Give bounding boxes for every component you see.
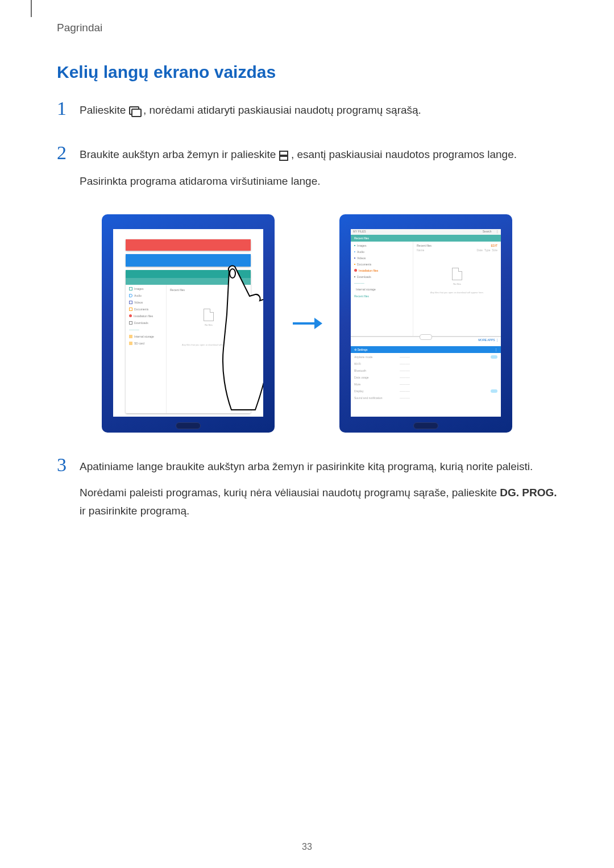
split-screen-icon (279, 151, 288, 160)
cat-downloads: Downloads (134, 321, 148, 325)
set-data: Data usage (354, 376, 400, 379)
page-number: 33 (302, 842, 312, 852)
r-document-icon (452, 268, 462, 280)
breadcrumb: Pagrindai (57, 22, 102, 34)
meta-size: Size (492, 248, 497, 252)
tablet-right-screen: MY FILES Search ⋮ Recent files Images Au… (351, 229, 501, 417)
recent-card-1 (126, 239, 251, 251)
meta-date: Date (476, 248, 483, 252)
no-files-label: No files (170, 323, 247, 326)
set-bt: Bluetooth (354, 369, 400, 372)
status-bar: MY FILES Search ⋮ (351, 229, 501, 235)
r-cat-images: Images (357, 244, 366, 247)
step-3-line1: Apatiniame lange braukite aukštyn arba ž… (80, 458, 557, 476)
step-number-2: 2 (57, 143, 80, 198)
step-3: 3 Apatiniame lange braukite aukštyn arba… (57, 455, 557, 529)
settings-label: Settings (357, 348, 367, 351)
figure-area: Images Audio Videos Documents Installati… (57, 214, 557, 433)
internal-storage: Internal storage (134, 335, 154, 338)
step-2-body: Braukite aukštyn arba žemyn ir palieskit… (80, 143, 517, 198)
search-label: Search (483, 230, 492, 233)
more-apps-link: MORE APPS ⋮ (478, 338, 499, 342)
sd-card: SD card (134, 342, 144, 345)
set-display: Display (354, 389, 400, 393)
top-pane-title: Recent files (351, 235, 501, 242)
file-categories-left: Images Audio Videos Documents Installati… (126, 285, 167, 413)
step-1-body: Palieskite , norėdami atidaryti paskiaus… (80, 99, 421, 127)
step-1-text-before: Palieskite (80, 104, 129, 116)
status-title: MY FILES (353, 230, 366, 234)
home-button (176, 422, 201, 429)
r-cat-audio: Audio (357, 250, 364, 254)
top-main: Recent files EDIT Name Date Type Size (413, 242, 501, 336)
top-sidebar: Images Audio Videos Documents Installati… (351, 242, 413, 336)
recent-card-2 (126, 254, 251, 267)
meta-type: Type (484, 248, 491, 252)
r-cat-downloads: Downloads (357, 275, 371, 279)
set-sound: Sound and notification (354, 396, 400, 400)
r-cat-install: Installation files (359, 269, 378, 272)
r-cat-videos: Videos (357, 256, 366, 260)
file-right-pane: Recent files No files Any files that you… (167, 285, 251, 413)
r-cat-docs: Documents (357, 263, 371, 266)
recent-card-3: Images Audio Videos Documents Installati… (126, 270, 251, 413)
bottom-pane-title: ⚙ Settings ⋮ (351, 346, 501, 353)
recent-files-hdr: Recent files (354, 236, 369, 240)
top-app-pane: MY FILES Search ⋮ Recent files Images Au… (351, 229, 501, 336)
step-3-line2-after: ir pasirinkite programą. (80, 505, 189, 517)
step-2-line1-before: Braukite aukštyn arba žemyn ir palieskit… (80, 148, 279, 160)
cat-images: Images (134, 287, 143, 290)
set-wifi: Wi-Fi (354, 362, 400, 366)
step-3-body: Apatiniame lange braukite aukštyn arba ž… (80, 455, 557, 529)
step-2: 2 Braukite aukštyn arba žemyn ir paliesk… (57, 143, 557, 198)
section-heading: Kelių langų ekrano vaizdas (57, 63, 557, 82)
arrow-right-icon (292, 317, 322, 330)
step-number-1: 1 (57, 99, 80, 127)
bottom-app-pane: ⚙ Settings ⋮ Airplane mode───── Wi-Fi───… (351, 346, 501, 417)
set-airplane: Airplane mode (354, 355, 400, 359)
settings-list: Airplane mode───── Wi-Fi───── Bluetooth─… (351, 353, 501, 405)
page-border-left (31, 0, 32, 17)
step-3-line2-bold: DG. PROG. (500, 487, 557, 499)
split-divider (351, 336, 501, 337)
home-button-right (413, 422, 438, 429)
cat-install: Installation files (134, 314, 153, 318)
edit-link: EDIT (491, 244, 497, 247)
recent-files-title: Recent files (170, 288, 247, 292)
set-more: More (354, 383, 400, 386)
help-text: Any files that you open or download will… (170, 343, 247, 346)
step-number-3: 3 (57, 455, 80, 529)
step-2-line1-after: , esantį paskiausiai naudotos programos … (291, 148, 517, 160)
tablet-left: Images Audio Videos Documents Installati… (102, 214, 275, 433)
r-recent-files: Recent files (354, 294, 369, 298)
recent-apps-icon (129, 106, 140, 115)
r-help-text: Any files that you open or download will… (417, 291, 497, 294)
r-no-files: No files (417, 283, 497, 285)
cat-audio: Audio (134, 294, 142, 297)
page-content: Kelių langų ekrano vaizdas 1 Palieskite … (57, 63, 557, 545)
document-icon (204, 309, 214, 321)
step-3-line2-before: Norėdami paleisti programas, kurių nėra … (80, 487, 500, 499)
cat-documents: Documents (134, 308, 148, 311)
step-1-text-after: , norėdami atidaryti paskiausiai naudotų… (143, 104, 421, 116)
cat-videos: Videos (134, 301, 143, 304)
meta-name: Name (417, 248, 424, 252)
col-name: Recent files (417, 244, 432, 247)
svg-marker-2 (314, 318, 322, 329)
tablet-right: MY FILES Search ⋮ Recent files Images Au… (339, 214, 512, 433)
r-internal-storage: Internal storage (356, 288, 376, 291)
step-1: 1 Palieskite , norėdami atidaryti paskia… (57, 99, 557, 127)
step-2-line2: Pasirinkta programa atidaroma viršutinia… (80, 172, 517, 190)
tablet-left-screen: Images Audio Videos Documents Installati… (113, 229, 263, 417)
